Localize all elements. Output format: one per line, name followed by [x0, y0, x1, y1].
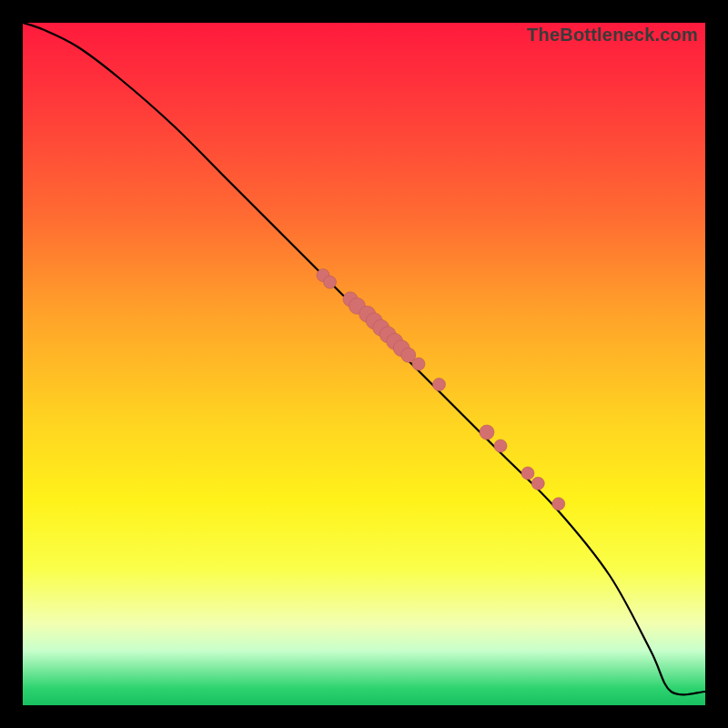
- chart-svg: [23, 23, 705, 705]
- chart-plot-area: TheBottleneck.com: [23, 23, 705, 705]
- chart-scatter-point: [412, 358, 425, 370]
- chart-scatter-group: [317, 269, 565, 511]
- chart-scatter-point: [324, 276, 337, 288]
- chart-scatter-point: [433, 379, 446, 391]
- chart-scatter-point: [521, 467, 534, 480]
- chart-scatter-point: [552, 498, 565, 511]
- chart-curve: [23, 23, 705, 694]
- chart-frame: TheBottleneck.com: [0, 0, 728, 728]
- chart-scatter-point: [531, 477, 544, 490]
- chart-scatter-point: [480, 425, 494, 440]
- chart-scatter-point: [494, 440, 507, 452]
